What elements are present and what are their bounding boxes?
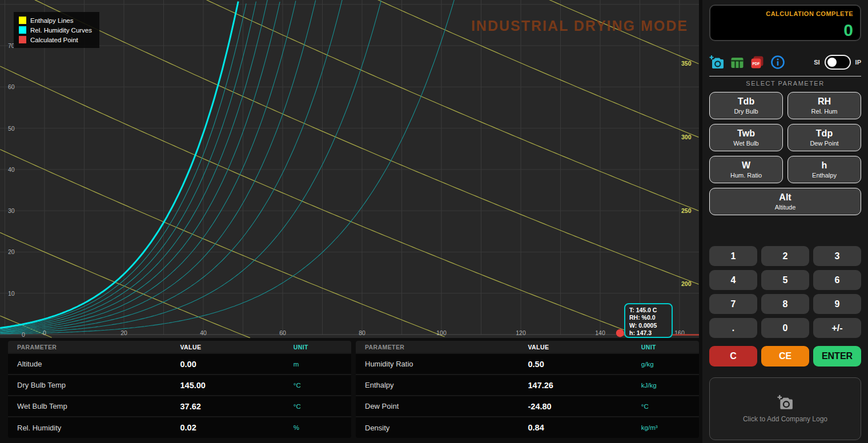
svg-text:120: 120 xyxy=(516,329,526,336)
key-6[interactable]: 6 xyxy=(813,270,861,290)
key-8[interactable]: 8 xyxy=(761,294,809,314)
legend-label: Calculated Point xyxy=(30,37,78,43)
numpad: 123456789.0+/- xyxy=(709,246,861,338)
info-button[interactable] xyxy=(770,55,785,70)
value-cell: 0.00 xyxy=(180,353,293,374)
unit-cell: m xyxy=(293,353,351,374)
legend-swatch xyxy=(19,17,26,24)
parameter-cell: Altitude xyxy=(8,353,180,374)
param-button-w[interactable]: WHum. Ratio xyxy=(709,156,783,183)
unit-cell: °C xyxy=(293,396,351,417)
param-button-twb[interactable]: TwbWet Bulb xyxy=(709,124,783,151)
param-code: W xyxy=(742,160,750,171)
psychrometric-chart[interactable]: 2002503003500204060801001201401600102030… xyxy=(0,0,699,338)
export-pdf-button[interactable]: PDF xyxy=(750,55,765,70)
clear-button[interactable]: C xyxy=(709,346,757,367)
toolbar-icons: PDF xyxy=(709,55,785,70)
param-button-tdp[interactable]: TdpDew Point xyxy=(787,124,861,151)
param-button-tdb[interactable]: TdbDry Bulb xyxy=(709,92,783,119)
parameter-buttons: TdbDry BulbRHRel. HumTwbWet BulbTdpDew P… xyxy=(709,92,861,215)
value-cell: 0.02 xyxy=(180,417,293,438)
svg-text:250: 250 xyxy=(681,207,692,214)
svg-text:10: 10 xyxy=(8,290,15,297)
export-table-icon xyxy=(730,55,744,70)
clear-entry-button[interactable]: CE xyxy=(761,346,809,367)
unit-cell: kg/m³ xyxy=(641,417,699,438)
param-code: Tdb xyxy=(738,96,754,107)
svg-text:300: 300 xyxy=(681,134,692,140)
param-label: Dew Point xyxy=(810,140,838,147)
legend-item: Enthalpy Lines xyxy=(19,17,92,24)
column-header: PARAMETER xyxy=(356,341,528,353)
status-text: CALCULATION COMPLETE xyxy=(766,10,853,17)
svg-text:20: 20 xyxy=(8,248,15,255)
svg-text:PDF: PDF xyxy=(753,62,760,66)
legend-label: Rel. Humidity Curves xyxy=(30,27,92,34)
table-row: Enthalpy147.26kJ/kg xyxy=(356,374,699,396)
legend-label: Enthalpy Lines xyxy=(30,17,73,24)
screenshot-button[interactable] xyxy=(709,55,725,70)
svg-text:50: 50 xyxy=(8,125,15,132)
key-1[interactable]: 1 xyxy=(709,246,757,266)
table-row: Rel. Humidity0.02% xyxy=(8,417,351,438)
key-4[interactable]: 4 xyxy=(709,270,757,290)
svg-text:350: 350 xyxy=(681,60,692,67)
table-row: Dew Point-24.80°C xyxy=(356,396,699,417)
column-header: UNIT xyxy=(641,341,699,353)
param-label: Wet Bulb xyxy=(733,140,758,147)
key-dot[interactable]: . xyxy=(709,318,757,338)
svg-text:60: 60 xyxy=(279,329,286,336)
svg-text:100: 100 xyxy=(436,329,447,336)
column-header: VALUE xyxy=(180,341,293,353)
table-row: Wet Bulb Temp37.62°C xyxy=(8,396,351,417)
unit-cell: °C xyxy=(293,374,351,396)
calculator-display: CALCULATION COMPLETE 0 xyxy=(709,5,861,41)
company-logo-placeholder[interactable]: Click to Add Company Logo xyxy=(709,377,861,440)
select-parameter-label: SELECT PARAMETER xyxy=(709,80,861,87)
svg-text:30: 30 xyxy=(8,207,15,214)
chart-area: 2002503003500204060801001201401600102030… xyxy=(0,0,699,338)
key-0[interactable]: 0 xyxy=(761,318,809,338)
unit-cell: g/kg xyxy=(641,353,699,374)
param-button-h[interactable]: hEnthalpy xyxy=(787,156,861,183)
chart-legend: Enthalpy LinesRel. Humidity CurvesCalcul… xyxy=(14,12,99,48)
unit-toggle-switch[interactable] xyxy=(825,55,851,70)
unit-cell: kJ/kg xyxy=(641,374,699,396)
parameter-cell: Enthalpy xyxy=(356,374,528,396)
value-cell: -24.80 xyxy=(528,396,641,417)
add-logo-text: Click to Add Company Logo xyxy=(743,415,827,423)
unit-cell: °C xyxy=(641,396,699,417)
results-table-right-wrap: PARAMETERVALUEUNIT Humidity Ratio0.50g/k… xyxy=(356,341,699,438)
key-7[interactable]: 7 xyxy=(709,294,757,314)
parameter-cell: Density xyxy=(356,417,528,438)
unit-toggle-group: SI IP xyxy=(814,55,861,70)
param-button-rh[interactable]: RHRel. Hum xyxy=(787,92,861,119)
parameter-cell: Dry Bulb Temp xyxy=(8,374,180,396)
value-cell: 0.84 xyxy=(528,417,641,438)
key-2[interactable]: 2 xyxy=(761,246,809,266)
key-9[interactable]: 9 xyxy=(813,294,861,314)
export-table-button[interactable] xyxy=(730,55,744,70)
param-button-alt[interactable]: AltAltitude xyxy=(709,188,861,215)
tooltip-line: h: 147.3 xyxy=(629,329,672,337)
key-5[interactable]: 5 xyxy=(761,270,809,290)
screenshot-icon xyxy=(709,55,725,70)
param-label: Dry Bulb xyxy=(734,108,758,115)
value-cell: 0.50 xyxy=(528,353,641,374)
key-plus-minus[interactable]: +/- xyxy=(813,318,861,338)
table-row: Dry Bulb Temp145.00°C xyxy=(8,374,351,396)
key-3[interactable]: 3 xyxy=(813,246,861,266)
param-label: Hum. Ratio xyxy=(730,172,762,179)
param-label: Enthalpy xyxy=(812,172,837,179)
column-header: UNIT xyxy=(293,341,351,353)
parameter-cell: Rel. Humidity xyxy=(8,417,180,438)
value-cell: 37.62 xyxy=(180,396,293,417)
enter-button[interactable]: ENTER xyxy=(813,346,861,367)
legend-swatch xyxy=(19,36,26,43)
section-divider xyxy=(709,76,861,76)
column-header: PARAMETER xyxy=(8,341,180,353)
param-code: RH xyxy=(818,96,831,107)
svg-text:40: 40 xyxy=(8,166,15,173)
toggle-knob xyxy=(827,58,837,67)
header-row: PARAMETERVALUEUNIT xyxy=(356,341,699,353)
